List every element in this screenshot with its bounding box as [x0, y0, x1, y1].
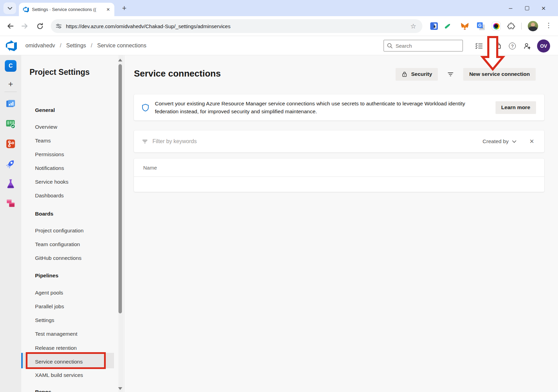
window-controls: – ×: [502, 0, 552, 16]
bookmark-star-icon[interactable]: ☆: [409, 22, 418, 30]
nav-overview-icon[interactable]: [0, 99, 21, 109]
browser-tab[interactable]: Settings · Service connections (( ×: [19, 3, 114, 16]
sidebar-scrollbar[interactable]: [118, 55, 123, 392]
new-tab-button[interactable]: +: [119, 3, 129, 13]
sidebar-item-dashboards[interactable]: Dashboards: [35, 192, 64, 199]
window-minimize-button[interactable]: –: [502, 0, 519, 16]
filter-toggle-icon[interactable]: [447, 70, 454, 78]
filter-icon: [141, 138, 148, 145]
filter-keywords-input[interactable]: [152, 138, 290, 145]
nav-boards-icon[interactable]: [0, 119, 21, 129]
sidebar-item-test-management[interactable]: Test management: [35, 331, 77, 337]
sidebar-item-parallel-jobs[interactable]: Parallel jobs: [35, 303, 64, 310]
sidebar-item-service-hooks[interactable]: Service hooks: [35, 178, 68, 185]
scroll-up-icon[interactable]: [118, 59, 122, 61]
highlighter-extension-icon[interactable]: [443, 21, 452, 31]
browser-profile-avatar[interactable]: [528, 21, 538, 31]
security-button-label: Security: [411, 71, 432, 77]
breadcrumb-current[interactable]: Service connections: [97, 43, 146, 49]
browser-toolbar: https://dev.azure.com/omidvahedv/Chakad-…: [0, 16, 558, 36]
new-service-connection-label: New service connection: [469, 71, 530, 77]
site-info-icon[interactable]: [56, 23, 62, 29]
sidebar-item-teams[interactable]: Teams: [35, 137, 51, 144]
tab-close-icon[interactable]: ×: [105, 7, 111, 12]
learn-more-button[interactable]: Learn more: [496, 101, 536, 114]
azure-devops-logo[interactable]: [6, 40, 17, 51]
metamask-extension-icon[interactable]: [460, 21, 469, 31]
maximize-icon: [525, 6, 529, 10]
reload-button[interactable]: [36, 22, 44, 30]
breadcrumb-settings[interactable]: Settings: [66, 43, 86, 49]
sidebar-item-github-connections[interactable]: GitHub connections: [35, 255, 81, 262]
help-icon[interactable]: ?: [508, 42, 517, 50]
project-avatar-tile[interactable]: C: [5, 60, 16, 72]
breadcrumb-org[interactable]: omidvahedv: [25, 43, 55, 49]
close-filter-icon[interactable]: ×: [529, 138, 534, 145]
user-settings-icon[interactable]: [523, 42, 532, 50]
selected-item-accent-bar: [21, 353, 23, 368]
workload-identity-banner: Convert your existing Azure Resource Man…: [134, 94, 544, 120]
plus-icon: +: [8, 79, 13, 89]
sidebar-item-notifications[interactable]: Notifications: [35, 165, 64, 172]
nav-artifacts-icon[interactable]: [0, 198, 21, 208]
task-list-icon[interactable]: [475, 42, 483, 50]
sidebar-item-settings[interactable]: Settings: [35, 317, 54, 324]
camera-extension-icon[interactable]: [491, 21, 501, 31]
search-input[interactable]: [396, 43, 464, 49]
sidebar-item-xaml-build-services[interactable]: XAML build services: [35, 372, 83, 379]
main-content: Service connections Security New service…: [124, 55, 558, 392]
sidebar-title: Project Settings: [30, 68, 90, 77]
marketplace-bag-icon[interactable]: [493, 42, 502, 50]
page-title: Service connections: [134, 68, 221, 79]
breadcrumb: omidvahedv / Settings / Service connecti…: [25, 36, 146, 55]
connections-table: Name: [134, 159, 544, 192]
nav-test-plans-icon[interactable]: [0, 178, 21, 189]
lock-icon: [401, 71, 408, 77]
sidebar-item-agent-pools[interactable]: Agent pools: [35, 289, 63, 296]
password-manager-extension-icon[interactable]: [429, 21, 439, 31]
svg-text:G: G: [478, 23, 481, 28]
sidebar-item-service-connections[interactable]: Service connections: [35, 358, 83, 365]
project-nav-rail: C + ⚙ »: [0, 55, 21, 392]
empty-table-row: [134, 177, 544, 192]
browser-tab-strip: Settings · Service connections (( × + – …: [0, 0, 558, 16]
chevron-down-icon: [8, 7, 12, 10]
window-maximize-button[interactable]: [519, 0, 535, 16]
sidebar-item-release-retention[interactable]: Release retention: [35, 345, 77, 351]
nav-pipelines-icon[interactable]: [0, 159, 21, 169]
toolbar-divider: [521, 23, 522, 30]
extensions-puzzle-icon[interactable]: [506, 21, 516, 31]
learn-more-label: Learn more: [501, 104, 530, 111]
scroll-down-icon[interactable]: [118, 387, 122, 390]
forward-button[interactable]: [21, 22, 29, 30]
browser-menu-icon[interactable]: ⋮: [545, 21, 553, 31]
translate-extension-icon[interactable]: AG: [476, 21, 486, 31]
breadcrumb-separator: /: [91, 43, 92, 49]
column-header-name: Name: [143, 165, 157, 171]
back-button[interactable]: [6, 22, 14, 30]
search-box[interactable]: [384, 40, 463, 51]
banner-message: Convert your existing Azure Resource Man…: [155, 100, 474, 115]
sidebar-scrollbar-thumb[interactable]: [118, 64, 122, 313]
created-by-dropdown[interactable]: Created by: [482, 138, 516, 145]
chevron-down-icon: [512, 140, 516, 143]
section-heading-repos: Repos: [35, 389, 51, 392]
browser-window: Settings · Service connections (( × + – …: [0, 0, 558, 392]
sidebar-item-project-configuration[interactable]: Project configuration: [35, 227, 83, 234]
breadcrumb-separator: /: [60, 43, 61, 49]
window-close-button[interactable]: ×: [535, 0, 552, 16]
security-button[interactable]: Security: [396, 68, 438, 81]
shield-icon: [141, 104, 149, 112]
tab-list-chevron-button[interactable]: [3, 2, 16, 14]
sidebar-item-overview[interactable]: Overview: [35, 124, 57, 130]
new-service-connection-button[interactable]: New service connection: [463, 68, 536, 81]
user-avatar[interactable]: OV: [537, 39, 550, 53]
sidebar-item-team-configuration[interactable]: Team configuration: [35, 241, 80, 248]
address-bar[interactable]: https://dev.azure.com/omidvahedv/Chakad-…: [51, 19, 422, 33]
nav-repos-icon[interactable]: [0, 139, 21, 149]
add-project-button[interactable]: +: [0, 79, 21, 89]
url-text[interactable]: https://dev.azure.com/omidvahedv/Chakad-…: [66, 23, 409, 29]
section-heading-boards: Boards: [35, 210, 53, 217]
page-actions: Security New service connection: [396, 68, 536, 81]
sidebar-item-permissions[interactable]: Permissions: [35, 151, 64, 158]
